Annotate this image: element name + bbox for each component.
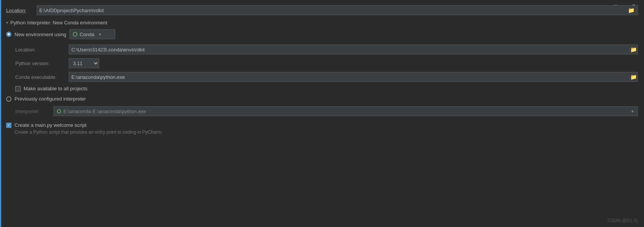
interpreter-dropdown-arrow-icon: ▼: [631, 109, 634, 114]
prev-interp-radio-button[interactable]: [6, 96, 11, 102]
interpreter-value: E:\anaconda E:\anaconda\python.exe: [63, 109, 631, 114]
interpreter-select-wrap[interactable]: E:\anaconda E:\anaconda\python.exe ▼: [53, 106, 638, 116]
make-available-row: Make available to all projects: [6, 86, 638, 91]
conda-exec-row: Conda executable: 📁: [15, 72, 638, 82]
env-location-input-wrap: 📁: [69, 45, 638, 54]
python-version-select[interactable]: 3.11 3.10 3.9 3.8: [69, 58, 99, 68]
prev-interp-label: Previously configured interpreter: [14, 96, 86, 102]
interp-circle-icon: [57, 109, 61, 114]
new-env-radio-button[interactable]: [6, 32, 11, 37]
python-version-label: Python version:: [15, 61, 69, 66]
env-location-input[interactable]: [71, 47, 630, 53]
conda-dropdown[interactable]: Conda ▼: [69, 29, 115, 39]
create-script-section: Create a main.py welcome script Create a…: [6, 122, 638, 135]
section-chevron-icon[interactable]: ▾: [6, 21, 8, 25]
conda-exec-input[interactable]: [71, 74, 630, 80]
conda-exec-folder-button[interactable]: 📁: [630, 74, 638, 80]
env-location-folder-button[interactable]: 📁: [630, 46, 638, 53]
create-script-label: Create a main.py welcome script: [14, 122, 87, 128]
create-script-row: Create a main.py welcome script: [6, 122, 638, 128]
top-location-folder-button[interactable]: 📁: [627, 7, 635, 13]
new-env-label: New environment using: [14, 32, 66, 37]
top-location-input-wrap: 📁: [37, 5, 638, 15]
interpreter-row: Interpreter: E:\anaconda E:\anaconda\pyt…: [6, 106, 638, 116]
make-available-label: Make available to all projects: [24, 86, 87, 91]
top-location-row: Location: 📁: [6, 5, 638, 15]
interpreter-label: Interpreter:: [15, 109, 53, 114]
prev-interp-radio-row: Previously configured interpreter: [6, 96, 638, 102]
section-title: Python Interpreter: New Conda environmen…: [10, 20, 107, 26]
top-location-input[interactable]: [39, 8, 627, 13]
python-version-row: Python version: 3.11 3.10 3.9 3.8: [15, 58, 638, 68]
env-location-row: Location: 📁: [15, 45, 638, 54]
conda-circle-icon: [73, 32, 77, 37]
form-area: Location: 📁 Python version: 3.11 3.10 3.…: [6, 45, 638, 82]
conda-dropdown-label: Conda: [80, 32, 94, 37]
new-env-radio-row: New environment using Conda ▼: [6, 29, 638, 39]
section-header: ▾ Python Interpreter: New Conda environm…: [6, 20, 638, 26]
conda-exec-label: Conda executable:: [15, 74, 69, 80]
create-script-description: Create a Python script that provides an …: [6, 129, 638, 135]
create-script-checkbox[interactable]: [6, 123, 11, 128]
main-content: Location: 📁 ▾ Python Interpreter: New Co…: [0, 0, 644, 227]
conda-exec-input-wrap: 📁: [69, 72, 638, 82]
make-available-checkbox[interactable]: [15, 86, 21, 91]
conda-dropdown-arrow-icon: ▼: [98, 32, 102, 37]
top-location-label: Location:: [6, 8, 37, 13]
watermark: CSDN @DJ.马: [607, 217, 638, 224]
env-location-label: Location:: [15, 47, 69, 53]
